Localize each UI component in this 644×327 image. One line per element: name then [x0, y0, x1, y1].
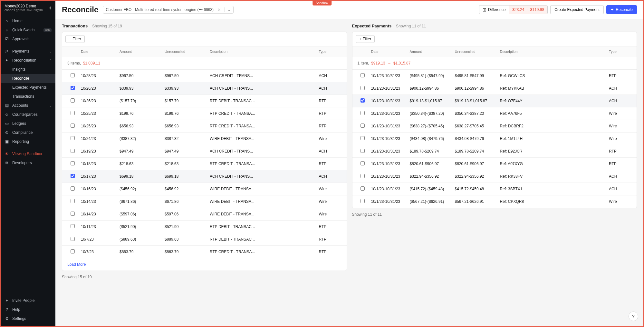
table-row[interactable]: 10/14/23($597.06)$597.06WIRE DEBIT - TRA… [62, 208, 347, 221]
row-checkbox[interactable] [360, 136, 365, 140]
nav-ledgers[interactable]: ▭Ledgers [1, 119, 55, 128]
nav-counterparties[interactable]: ☺Counterparties [1, 110, 55, 119]
row-checkbox[interactable] [71, 199, 75, 203]
cell-unreconciled: $199.76 [163, 111, 208, 116]
row-checkbox[interactable] [71, 124, 75, 128]
row-checkbox[interactable] [360, 149, 365, 153]
transactions-filter-button[interactable]: +Filter [65, 35, 85, 43]
table-row[interactable]: 10/1/23-10/31/23($434.08)-($479.76)$434.… [352, 133, 637, 145]
row-checkbox[interactable] [71, 98, 75, 103]
nav-accounts[interactable]: ▤Accounts⌄ [1, 101, 55, 110]
table-row[interactable]: 10/1/23-10/31/23$820.61-$906.97$820.61-$… [352, 158, 637, 170]
account-selector[interactable]: Customer FBO - Multi-tiered real-time sy… [103, 6, 234, 14]
cell-type: RTP [317, 124, 343, 128]
table-row[interactable]: 10/1/23-10/31/23($495.81)-($547.99)$495.… [352, 70, 637, 82]
help-fab[interactable]: ? [629, 312, 638, 321]
row-checkbox[interactable] [360, 174, 365, 178]
row-checkbox[interactable] [71, 237, 75, 241]
table-row[interactable]: 10/1/23-10/31/23$919.13-$1,015.87$919.13… [352, 95, 637, 107]
row-checkbox[interactable] [360, 199, 365, 203]
cell-type: ACH [317, 74, 343, 78]
row-checkbox[interactable] [71, 73, 75, 77]
table-row[interactable]: 10/24/23($387.32)$387.32WIRE DEBIT - TRA… [62, 133, 347, 145]
table-row[interactable]: 10/14/23($671.86)$671.86WIRE DEBIT - TRA… [62, 195, 347, 208]
table-row[interactable]: 10/25/23$199.76$199.76RTP CREDIT - TRANS… [62, 107, 347, 120]
reconcile-button[interactable]: ✦Reconcile [606, 5, 637, 14]
table-row[interactable]: 10/1/23-10/31/23($638.27)-($705.45)$638.… [352, 120, 637, 133]
row-checkbox[interactable] [360, 73, 365, 77]
load-more-link[interactable]: Load More [67, 262, 86, 267]
col-amount: Amount [118, 50, 163, 54]
nav-compliance[interactable]: ⊘Compliance [1, 128, 55, 137]
row-checkbox[interactable] [71, 224, 75, 228]
table-row[interactable]: 10/28/23$967.50$967.50ACH CREDIT - TRANS… [62, 70, 347, 82]
nav-expected-payments[interactable]: Expected Payments [1, 83, 55, 92]
row-checkbox[interactable] [360, 111, 365, 115]
nav-payments[interactable]: ⇄Payments⌄ [1, 47, 55, 56]
cell-description: Ref: O7F44Y [498, 99, 607, 103]
cell-date: 10/7/23 [79, 237, 118, 242]
table-row[interactable]: 10/1/23-10/31/23$189.78-$209.74$189.78-$… [352, 145, 637, 158]
row-checkbox[interactable] [71, 136, 75, 140]
cell-amount: $820.61-$906.97 [408, 162, 453, 166]
nav-reconcile[interactable]: Reconcile [1, 74, 55, 83]
cell-type: RTP [317, 99, 343, 103]
table-row[interactable]: 10/1/23-10/31/23($567.21)-($626.91)$567.… [352, 195, 637, 208]
nav-reconciliation[interactable]: ✦Reconciliation⌃ [1, 56, 55, 65]
row-checkbox[interactable] [360, 98, 365, 103]
cell-type: Wire [317, 136, 343, 141]
table-row[interactable]: 10/26/23$339.93$339.93ACH CREDIT - TRANS… [62, 82, 347, 95]
row-checkbox[interactable] [360, 186, 365, 191]
nav-approvals[interactable]: ☑Approvals [1, 35, 55, 44]
nav-transactions[interactable]: Transactions [1, 92, 55, 101]
org-switcher[interactable]: Money2020 Demo charles.gerrior+m2020@m..… [1, 1, 55, 15]
table-row[interactable]: 10/19/23$947.49$947.49ACH CREDIT - TRANS… [62, 145, 347, 158]
row-checkbox[interactable] [71, 111, 75, 115]
cell-date: 10/1/23-10/31/23 [369, 136, 408, 141]
chevron-down-icon[interactable]: ⌄ [225, 7, 231, 12]
table-row[interactable]: 10/7/23$863.79$863.79RTP CREDIT - TRANSA… [62, 246, 347, 258]
row-checkbox[interactable] [71, 249, 75, 253]
nav-home[interactable]: ⌂Home [1, 16, 55, 25]
expected-payments-count: Showing 11 of 11 [396, 24, 426, 28]
nav-viewing-sandbox[interactable]: 👁Viewing Sandbox [1, 149, 55, 158]
nav-settings[interactable]: ⚙Settings [1, 314, 55, 323]
home-icon: ⌂ [5, 19, 9, 23]
cell-unreconciled: $900.12-$994.86 [453, 86, 498, 91]
table-row[interactable]: 10/25/23$656.93$656.93RTP CREDIT - TRANS… [62, 120, 347, 133]
table-row[interactable]: 10/18/23$218.63$218.63RTP CREDIT - TRANS… [62, 158, 347, 170]
row-checkbox[interactable] [71, 161, 75, 165]
clear-icon[interactable]: ✕ [216, 7, 222, 12]
nav-developers[interactable]: ⧉Developers [1, 158, 55, 167]
create-expected-payment-button[interactable]: Create Expected Payment [550, 5, 604, 14]
nav-invite[interactable]: +Invite People [1, 296, 55, 305]
row-checkbox[interactable] [71, 212, 75, 216]
nav-insights[interactable]: Insights [1, 65, 55, 74]
table-row[interactable]: 10/1/23-10/31/23($415.72)-($459.48)$415.… [352, 183, 637, 195]
row-checkbox[interactable] [360, 124, 365, 128]
expected-payments-panel: Expected Payments Showing 11 of 11 +Filt… [352, 19, 637, 320]
row-checkbox[interactable] [360, 86, 365, 90]
table-row[interactable]: 10/17/23$699.18$699.18ACH CREDIT - TRANS… [62, 170, 347, 183]
row-checkbox[interactable] [71, 186, 75, 191]
table-row[interactable]: 10/26/23($157.79)$157.79RTP DEBIT - TRAN… [62, 95, 347, 107]
nav-quick-switch[interactable]: ⌕Quick Switch⌘K [1, 25, 55, 35]
table-row[interactable]: 10/1/23-10/31/23$322.94-$356.92$322.94-$… [352, 170, 637, 183]
cell-amount: $656.93 [118, 124, 163, 128]
cell-type: RTP [317, 237, 343, 242]
table-row[interactable]: 10/7/23($889.63)$889.63RTP DEBIT - TRANS… [62, 233, 347, 246]
table-row[interactable]: 10/1/23-10/31/23$900.12-$994.86$900.12-$… [352, 82, 637, 95]
row-checkbox[interactable] [71, 174, 75, 178]
row-checkbox[interactable] [360, 161, 365, 165]
col-type: Type [317, 50, 343, 54]
cell-description: WIRE DEBIT - TRANSA... [208, 187, 317, 191]
row-checkbox[interactable] [71, 86, 75, 90]
table-row[interactable]: 10/11/23($521.90)$521.90RTP DEBIT - TRAN… [62, 221, 347, 233]
row-checkbox[interactable] [71, 149, 75, 153]
expected-filter-button[interactable]: +Filter [356, 35, 375, 43]
nav-help[interactable]: ?Help [1, 305, 55, 314]
table-row[interactable]: 10/16/23($456.92)$456.92WIRE DEBIT - TRA… [62, 183, 347, 195]
table-row[interactable]: 10/1/23-10/31/23($350.34)-($387.20)$350.… [352, 107, 637, 120]
cell-unreconciled: $567.21-$626.91 [453, 199, 498, 204]
nav-reporting[interactable]: ▣Reporting [1, 137, 55, 146]
